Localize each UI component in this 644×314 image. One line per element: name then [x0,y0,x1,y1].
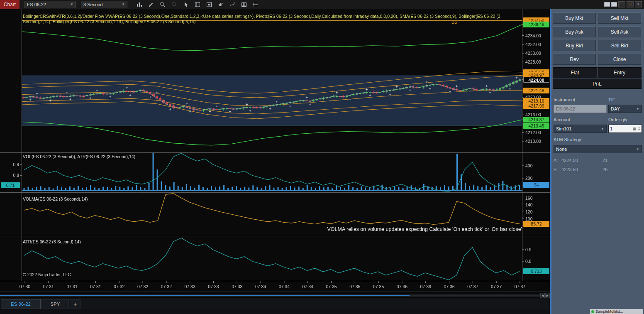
chart-canvas[interactable] [0,9,550,298]
spin-down-icon[interactable] [638,129,640,131]
chart-tabs-bar: ES 06-22 SPY + [0,298,550,309]
tab-spy[interactable]: SPY [41,299,69,309]
ask-size: 21 [603,158,607,163]
ninjatrader-chart-window: Chart ES 06-22 3 Second _ □ × [0,0,644,314]
bid-price: 4223.50 [561,167,578,172]
interval-link-button[interactable] [611,2,617,7]
strategy-tab-label: SampleMultiIst... [595,309,623,314]
interval-selector-value: 3 Second [83,2,102,7]
tif-combo-value: DAY [611,106,620,111]
chevron-down-icon [122,2,125,6]
tif-label: TIF [608,97,615,102]
interval-selector[interactable]: 3 Second [81,1,127,8]
strategy-tab[interactable]: SampleMultiIst... [590,309,643,314]
tif-combo[interactable]: DAY [608,105,642,113]
calculator-icon[interactable] [633,127,637,131]
close-position-button[interactable]: Close [598,54,641,65]
position-state-flat: Flat [553,67,597,78]
chevron-down-icon [636,107,639,111]
tab-es-06-22[interactable]: ES 06-22 [1,299,41,309]
sell-bid-button[interactable]: Sell Bid [598,40,641,51]
instrument-link-button[interactable] [604,2,610,7]
sell-ask-button[interactable]: Sell Ask [598,26,641,37]
account-combo[interactable]: Sim101 [554,125,607,133]
instrument-label: Instrument [554,97,575,102]
chevron-down-icon [636,147,639,151]
window-controls: _ □ × [604,1,642,7]
atm-strategy-combo[interactable]: None [554,145,642,153]
qty-spinner[interactable] [638,127,640,131]
entry-tab[interactable]: Entry [598,67,642,78]
order-qty-value: 1 [610,126,612,131]
window-title: Chart [0,0,20,9]
horizontal-scrollbar-thumb[interactable] [0,295,410,296]
add-tab-button[interactable]: + [70,299,80,309]
atm-strategy-value: None [556,147,567,152]
toolbar [135,1,260,8]
chart-style-icon[interactable] [135,1,144,8]
chevron-down-icon [601,107,604,111]
strategy-enabled-icon [591,310,594,313]
chevron-down-icon [70,2,73,6]
minimize-button[interactable]: _ [618,1,625,7]
account-combo-value: Sim101 [556,126,571,131]
instrument-selector[interactable]: ES 06-22 [24,1,76,8]
order-qty-label: Order qty [608,117,627,122]
chart-trader-icon[interactable] [193,1,202,8]
properties-list-icon[interactable] [251,1,260,8]
drawing-tools-icon[interactable] [146,1,156,8]
maximize-button[interactable]: □ [627,1,634,7]
close-button[interactable]: × [635,1,642,7]
account-label: Account [554,117,570,122]
buy-bid-button[interactable]: Buy Bid [553,40,596,51]
chevron-down-icon [601,127,604,131]
scroll-left-button[interactable] [540,293,545,298]
chart-trader-panel: Buy Mkt Sell Mkt Buy Ask Sell Ask Buy Bi… [551,9,644,314]
instrument-selector-value: ES 06-22 [27,2,46,7]
reverse-button[interactable]: Rev [553,54,596,65]
ask-label: A: [554,158,558,163]
titlebar: Chart ES 06-22 3 Second _ □ × [0,0,644,9]
cursor-pointer-icon[interactable] [181,1,190,8]
regions-icon[interactable] [205,1,214,8]
data-grid-icon[interactable] [239,1,249,8]
scroll-right-button[interactable] [545,293,550,298]
bottom-filler [0,309,550,314]
sell-mkt-button[interactable]: Sell Mkt [598,12,641,24]
pnl-display: PnL [553,78,642,89]
bid-size: 26 [603,167,607,172]
bid-label: B: [554,167,558,172]
indicators-icon[interactable] [216,1,225,8]
atm-strategy-label: ATM Strategy [554,137,581,142]
order-qty-input[interactable]: 1 [608,125,642,133]
buy-mkt-button[interactable]: Buy Mkt [553,12,596,24]
trend-lines-icon[interactable] [228,1,237,8]
instrument-combo-value: ES 06-22 [556,106,575,111]
ask-price: 4224.00 [561,158,578,163]
instrument-combo[interactable]: ES 06-22 [554,105,607,113]
zoom-in-icon[interactable] [158,1,167,8]
buy-ask-button[interactable]: Buy Ask [553,26,596,37]
zoom-out-icon[interactable] [170,1,179,8]
